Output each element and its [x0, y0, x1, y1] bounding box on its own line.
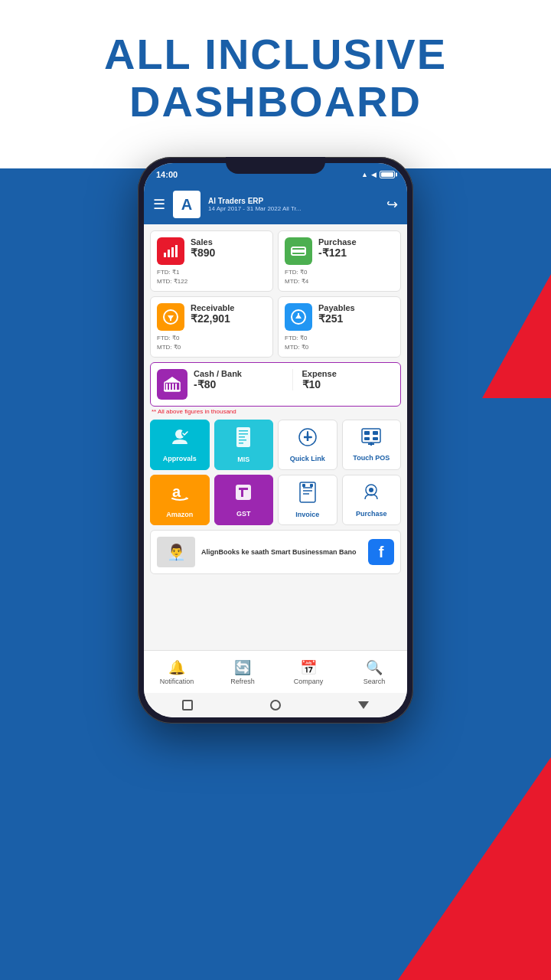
nav-refresh[interactable]: 🔄 Refresh — [210, 659, 276, 685]
amazon-icon: a — [169, 482, 191, 508]
phone-mockup: 14:00 ▲ ◀ ☰ A Al Traders ERP 14 Apr 2017 — [138, 157, 413, 724]
svg-rect-36 — [364, 437, 370, 440]
purchase-action-button[interactable]: Purchase — [342, 475, 402, 525]
nav-search[interactable]: 🔍 Search — [341, 659, 407, 685]
receivable-amount: ₹22,901 — [191, 312, 234, 325]
purchase-icon — [285, 237, 312, 265]
signal-icon: ◀ — [371, 171, 377, 178]
cards-grid: Sales ₹890 FTD: ₹1 MTD: ₹122 — [150, 230, 401, 358]
gst-label: GST — [236, 510, 251, 518]
nav-notification[interactable]: 🔔 Notification — [144, 659, 210, 685]
company-icon: 📅 — [300, 659, 317, 676]
notch — [226, 157, 325, 174]
gst-button[interactable]: GST — [214, 475, 274, 525]
svg-rect-3 — [175, 245, 178, 257]
svg-rect-35 — [373, 431, 378, 435]
dashboard-content: Sales ₹890 FTD: ₹1 MTD: ₹122 — [144, 224, 407, 585]
svg-point-49 — [369, 488, 373, 492]
svg-rect-23 — [239, 430, 248, 432]
sales-card[interactable]: Sales ₹890 FTD: ₹1 MTD: ₹122 — [150, 230, 273, 292]
social-banner[interactable]: 👨‍💼 AlignBooks ke saath Smart Businessma… — [150, 530, 401, 574]
decorative-triangle-right — [482, 260, 551, 398]
bank-icon — [157, 369, 187, 400]
purchase-details: FTD: ₹0 MTD: ₹4 — [285, 268, 394, 286]
nav-company[interactable]: 📅 Company — [276, 659, 341, 685]
svg-text:a: a — [172, 483, 181, 500]
company-sub: 14 Apr 2017 - 31 Mar 2022 All Tr... — [208, 205, 379, 212]
nav-refresh-label: Refresh — [230, 678, 255, 685]
svg-marker-19 — [165, 377, 180, 382]
wifi-icon: ▲ — [361, 171, 368, 178]
page-title: ALL INCLUSIVE DASHBOARD — [0, 31, 551, 125]
payable-details: FTD: ₹0 MTD: ₹0 — [285, 334, 394, 352]
svg-rect-18 — [164, 390, 181, 391]
status-icons: ▲ ◀ — [361, 171, 395, 178]
gst-icon — [233, 482, 253, 507]
touch-pos-label: Touch POS — [353, 454, 390, 462]
svg-rect-34 — [364, 431, 370, 435]
android-back-btn[interactable] — [357, 698, 370, 712]
expense-title: Expense — [302, 369, 395, 378]
expense-info: Expense ₹10 — [292, 369, 395, 390]
svg-rect-14 — [166, 384, 168, 390]
cash-title: Cash / Bank — [194, 369, 286, 378]
mis-label: MIS — [237, 456, 249, 463]
receivable-card[interactable]: Receivable ₹22,901 FTD: ₹0 MTD: ₹0 — [150, 296, 273, 358]
approvals-icon — [170, 427, 190, 452]
svg-rect-27 — [239, 443, 243, 444]
svg-rect-2 — [171, 247, 174, 257]
sales-amount: ₹890 — [191, 247, 215, 259]
mis-icon — [234, 426, 253, 452]
android-recent-btn[interactable] — [181, 698, 194, 712]
sales-details: FTD: ₹1 MTD: ₹122 — [157, 268, 266, 286]
quick-link-label: Quick Link — [290, 455, 325, 462]
payable-title: Payables — [318, 303, 355, 312]
purchase-amount: -₹121 — [318, 247, 357, 259]
invoice-button[interactable]: Invoice — [278, 475, 337, 525]
payable-amount: ₹251 — [318, 312, 355, 325]
receivable-title: Receivable — [191, 303, 234, 312]
sales-icon — [157, 237, 184, 265]
sales-title: Sales — [191, 237, 215, 247]
cash-info: Cash / Bank -₹80 — [194, 369, 286, 390]
actions-grid: Approvals — [150, 420, 401, 525]
nav-notification-label: Notification — [160, 678, 194, 685]
nav-company-label: Company — [294, 678, 324, 685]
quick-link-button[interactable]: Quick Link — [278, 420, 337, 470]
dashboard-scroll: Sales ₹890 FTD: ₹1 MTD: ₹122 — [144, 224, 407, 650]
svg-rect-46 — [302, 484, 305, 487]
approvals-button[interactable]: Approvals — [150, 420, 210, 470]
expense-amount: ₹10 — [302, 378, 395, 390]
app-logo: A — [173, 191, 201, 218]
notification-icon: 🔔 — [168, 659, 185, 676]
app-header: ☰ A Al Traders ERP 14 Apr 2017 - 31 Mar … — [144, 185, 407, 224]
header-info: Al Traders ERP 14 Apr 2017 - 31 Mar 2022… — [208, 197, 379, 212]
approvals-label: Approvals — [163, 455, 197, 462]
social-text: AlignBooks ke saath Smart Businessman Ba… — [201, 547, 362, 557]
facebook-icon[interactable]: f — [368, 539, 394, 565]
svg-rect-16 — [172, 384, 174, 390]
payable-card[interactable]: Payables ₹251 FTD: ₹0 MTD: ₹0 — [278, 296, 401, 358]
logout-icon[interactable]: ↪ — [386, 196, 398, 213]
nav-search-label: Search — [364, 678, 386, 685]
svg-rect-47 — [310, 484, 313, 487]
amazon-button[interactable]: a Amazon — [150, 475, 210, 525]
svg-rect-37 — [373, 437, 378, 440]
social-thumbnail: 👨‍💼 — [157, 537, 195, 567]
android-home-btn[interactable] — [269, 698, 282, 712]
payable-icon — [285, 303, 312, 331]
svg-rect-24 — [239, 433, 248, 435]
quick-link-icon — [298, 427, 318, 452]
hamburger-icon[interactable]: ☰ — [153, 196, 165, 213]
touch-pos-icon — [361, 428, 381, 451]
svg-rect-6 — [292, 250, 305, 253]
mis-button[interactable]: MIS — [214, 420, 274, 470]
touch-pos-button[interactable]: Touch POS — [342, 420, 402, 470]
purchase-card[interactable]: Purchase -₹121 FTD: ₹0 MTD: ₹4 — [278, 230, 401, 292]
svg-rect-0 — [164, 253, 166, 257]
svg-rect-1 — [168, 250, 170, 257]
refresh-icon: 🔄 — [234, 659, 251, 676]
page-title-area: ALL INCLUSIVE DASHBOARD — [0, 31, 551, 125]
decorative-triangle-bottom — [398, 735, 551, 980]
cashbank-expense-card[interactable]: Cash / Bank -₹80 Expense ₹10 — [150, 362, 401, 407]
